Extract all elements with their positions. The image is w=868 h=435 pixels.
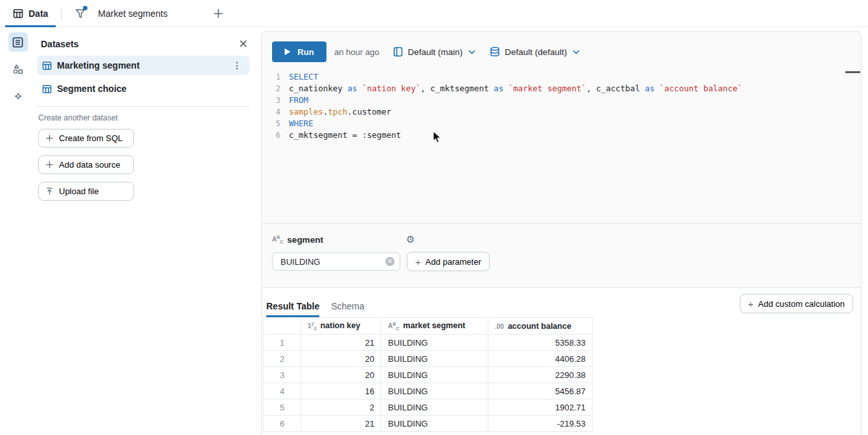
code-text: c_nationkey as `nation key`, c_mktsegmen… (289, 83, 742, 95)
create-from-sql-button[interactable]: Create from SQL (38, 129, 134, 148)
table-row[interactable]: 416BUILDING5456.87 (264, 383, 593, 399)
account-balance-cell: 5456.87 (488, 383, 593, 399)
nation-key-cell: 2 (301, 399, 382, 416)
plus-icon: + (748, 298, 754, 309)
code-text: FROM (289, 95, 308, 106)
create-another-dataset-label: Create another dataset (38, 113, 255, 122)
table-icon (13, 8, 23, 19)
code-line[interactable]: 4 samples.tpch.customer (262, 106, 861, 118)
dataset-table-icon (42, 84, 52, 94)
add-data-source-button[interactable]: Add data source (38, 155, 134, 174)
line-number: 6 (262, 129, 289, 141)
tab-schema[interactable]: Schema (331, 301, 364, 317)
row-number: 3 (264, 367, 301, 383)
result-table: 123nation key ABCmarket segment .00accou… (263, 317, 593, 432)
tab-result-table[interactable]: Result Table (266, 301, 319, 317)
button-label: Create from SQL (59, 133, 122, 143)
nation-key-cell: 21 (301, 335, 382, 351)
datasets-panel-title: Datasets (41, 39, 234, 49)
market-segment-cell: BUILDING (382, 351, 488, 367)
dataset-item-segment-choice[interactable]: Segment choice (37, 79, 249, 98)
market-segment-header[interactable]: ABCmarket segment (382, 318, 488, 335)
add-custom-calculation-button[interactable]: + Add custom calculation (740, 294, 853, 313)
filter-icon (74, 8, 86, 19)
code-line[interactable]: 2 c_nationkey as `nation key`, c_mktsegm… (262, 83, 861, 95)
line-number: 1 (262, 71, 289, 83)
parameter-name: segment (287, 235, 323, 245)
table-row[interactable]: 220BUILDING4406.28 (264, 351, 593, 367)
parameter-value: BUILDING (280, 257, 320, 267)
account-balance-cell: 2290.38 (488, 367, 593, 383)
code-text: SELECT (289, 71, 318, 83)
run-button-label: Run (297, 47, 314, 57)
page-tabbar: Data Market segments (0, 0, 868, 27)
code-line[interactable]: 6 c_mktsegment = :segment (262, 129, 861, 141)
schema-selector[interactable]: Default (default) (490, 47, 580, 57)
line-number: 4 (262, 106, 289, 118)
account-balance-header[interactable]: .00account balance (488, 318, 593, 335)
code-line[interactable]: 5 WHERE (262, 118, 861, 129)
dataset-item-label: Marketing segment (57, 60, 140, 71)
filter-badge-dot (83, 6, 87, 10)
button-label: Upload file (59, 186, 98, 196)
code-line[interactable]: 1SELECT (262, 71, 861, 83)
row-number: 4 (264, 383, 301, 399)
table-row[interactable]: 320BUILDING2290.38 (264, 367, 593, 383)
parameters-section: ABC segment ⚙ BUILDING ✕ + Add parameter (262, 223, 861, 287)
run-button[interactable]: Run (272, 41, 326, 62)
table-row[interactable]: 621BUILDING-219.53 (264, 416, 593, 432)
add-parameter-label: Add parameter (426, 257, 481, 267)
code-text: WHERE (289, 118, 314, 129)
code-line[interactable]: 3FROM (262, 95, 861, 106)
sql-editor-section: Run an hour ago Default (main) (262, 32, 861, 223)
tab-market-segments-label: Market segments (98, 8, 167, 19)
market-segment-cell: BUILDING (382, 416, 488, 432)
rail-assistant-button[interactable] (8, 87, 28, 106)
catalog-icon (393, 47, 403, 57)
play-icon (284, 48, 291, 56)
nation-key-cell: 16 (301, 383, 382, 399)
kebab-menu-icon[interactable]: ⋮ (230, 60, 244, 71)
market-segment-cell: BUILDING (382, 399, 488, 416)
database-icon (490, 47, 500, 57)
last-run-timestamp: an hour ago (334, 47, 379, 57)
tab-market-segments[interactable]: Market segments (67, 0, 175, 27)
row-number-header (264, 318, 301, 335)
nation-key-header[interactable]: 123nation key (301, 318, 382, 335)
nation-key-cell: 21 (301, 416, 382, 432)
close-icon[interactable]: ✕ (234, 37, 252, 51)
chevron-down-icon (573, 50, 580, 54)
clear-value-icon[interactable]: ✕ (385, 257, 394, 266)
code-lines[interactable]: 1SELECT2 c_nationkey as `nation key`, c_… (262, 67, 861, 141)
account-balance-cell: 1902.71 (488, 399, 593, 416)
table-row[interactable]: 52BUILDING1902.71 (264, 399, 593, 416)
dataset-item-marketing-segment[interactable]: Marketing segment ⋮ (37, 56, 249, 75)
sparkle-icon (12, 91, 24, 102)
results-section: Result Table Schema + Add custom calcula… (262, 287, 861, 435)
panel-divider (37, 106, 249, 107)
table-row[interactable]: 121BUILDING5358.33 (264, 335, 593, 351)
account-balance-cell: 5358.33 (488, 335, 593, 351)
datasets-panel-icon (12, 37, 23, 48)
add-tab-button[interactable] (209, 5, 227, 23)
string-type-icon: ABC (272, 235, 283, 244)
upload-file-button[interactable]: Upload file (38, 182, 134, 201)
line-number: 5 (262, 118, 289, 129)
dataset-item-label: Segment choice (57, 84, 126, 94)
catalog-selector[interactable]: Default (main) (393, 47, 475, 57)
rail-canvas-button[interactable] (8, 60, 28, 79)
add-parameter-button[interactable]: + Add parameter (407, 252, 490, 271)
result-table-header-row: 123nation key ABCmarket segment .00accou… (264, 318, 593, 335)
result-table-body: 121BUILDING5358.33220BUILDING4406.28320B… (264, 335, 593, 432)
tab-data[interactable]: Data (5, 0, 56, 27)
gear-icon[interactable]: ⚙ (406, 234, 415, 245)
tab-separator (61, 7, 62, 20)
shapes-icon (12, 63, 24, 75)
plus-icon (45, 134, 54, 142)
chevron-down-icon (468, 50, 475, 54)
editor-scrollbar[interactable] (845, 71, 860, 73)
row-number: 2 (264, 351, 301, 367)
rail-datasets-button[interactable] (8, 32, 28, 52)
decimal-type-icon: .00 (495, 323, 504, 330)
parameter-value-input[interactable]: BUILDING ✕ (272, 252, 400, 271)
